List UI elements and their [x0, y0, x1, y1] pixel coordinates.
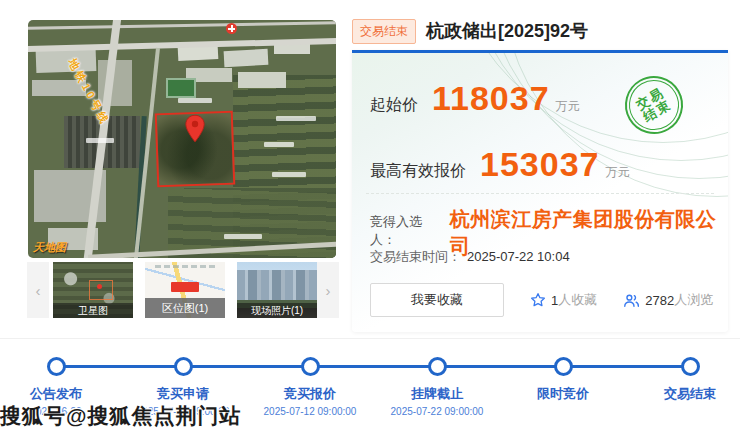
- star-icon: [530, 292, 546, 308]
- action-row: 我要收藏 1人收藏 2782人浏览: [370, 283, 716, 317]
- timeline-node: [554, 357, 573, 376]
- end-time-row: 交易结束时间：2025-07-22 10:04: [370, 248, 570, 266]
- page-title: 杭政储出[2025]92号: [426, 19, 588, 43]
- gallery-thumbnails: ‹ 卫星图 区位图(1) 现场照片(1) ›: [27, 262, 339, 318]
- listing-header: 交易结束 杭政储出[2025]92号: [352, 18, 728, 44]
- gallery-next-button[interactable]: ›: [317, 262, 339, 318]
- timeline-step-deadline: 挂牌截止 2025-07-22 09:00:00: [372, 357, 502, 418]
- map-label-placeholder: [264, 142, 294, 147]
- thumbnail-site-photo[interactable]: 现场照片(1): [237, 262, 317, 318]
- map-label-placeholder: [86, 138, 114, 143]
- map-label-placeholder: [224, 234, 262, 239]
- highest-bid-label: 最高有效报价: [370, 161, 466, 182]
- users-icon: [623, 293, 640, 308]
- status-badge: 交易结束: [352, 19, 416, 44]
- view-count: 2782: [645, 293, 674, 308]
- favorite-count-stat[interactable]: 1人收藏: [530, 291, 597, 309]
- timeline-node: [681, 357, 700, 376]
- land-auction-page: 地铁10号线 天地图 ‹ 卫星图 区位图(1) 现场照片(1) › 交易结束 杭…: [0, 0, 740, 434]
- map-provider-watermark: 天地图: [33, 240, 66, 255]
- end-time-label: 交易结束时间：: [370, 249, 461, 264]
- hospital-cross-icon: [226, 23, 237, 34]
- winner-label: 竞得入选人：: [370, 213, 446, 249]
- satellite-map[interactable]: 地铁10号线 天地图: [28, 20, 336, 258]
- favorite-suffix: 人收藏: [558, 291, 597, 309]
- view-suffix: 人浏览: [674, 291, 713, 309]
- thumbnail-label: 卫星图: [53, 303, 133, 318]
- map-road: [28, 21, 336, 29]
- start-price-row: 起始价 118037 万元: [370, 79, 580, 118]
- highest-bid-row: 最高有效报价 153037 万元: [370, 145, 629, 184]
- map-building: [224, 49, 269, 67]
- price-unit: 万元: [556, 98, 580, 115]
- map-label-placeholder: [178, 98, 212, 103]
- price-unit: 万元: [605, 164, 629, 181]
- view-count-stat: 2782人浏览: [623, 291, 713, 309]
- divider: [366, 193, 714, 194]
- start-price-label: 起始价: [370, 95, 418, 116]
- timeline-step-closed: 交易结束: [625, 357, 740, 418]
- thumbnail-label: 区位图(1): [145, 298, 225, 318]
- map-sports-field: [166, 78, 196, 98]
- timeline-node: [47, 357, 66, 376]
- timeline-node: [174, 357, 193, 376]
- map-label-placeholder: [276, 116, 316, 121]
- end-time-value: 2025-07-22 10:04: [467, 249, 570, 264]
- chevron-right-icon: ›: [326, 282, 331, 299]
- timeline-step-limited-bidding: 限时竞价: [498, 357, 628, 418]
- thumbnail-label: 现场照片(1): [237, 303, 317, 318]
- start-price-value: 118037: [432, 79, 550, 118]
- highest-bid-value: 153037: [480, 145, 599, 184]
- favorite-button[interactable]: 我要收藏: [370, 283, 504, 317]
- favorite-count: 1: [551, 293, 558, 308]
- map-building: [238, 72, 286, 88]
- gallery-prev-button[interactable]: ‹: [27, 262, 49, 318]
- timeline-step-bid: 竞买报价 2025-07-12 09:00:00: [245, 357, 375, 418]
- deal-card: 起始价 118037 万元 最高有效报价 153037 万元 交易 结束 竞得入…: [352, 50, 728, 332]
- timeline-node: [301, 357, 320, 376]
- timeline-node: [428, 357, 447, 376]
- watermark: 搜狐号@搜狐焦点荆门站: [0, 402, 241, 430]
- map-pin-icon: [184, 114, 206, 144]
- map-label-placeholder: [272, 172, 306, 177]
- thumbnail-satellite[interactable]: 卫星图: [53, 262, 133, 318]
- chevron-left-icon: ‹: [36, 282, 41, 299]
- thumbnail-location-map[interactable]: 区位图(1): [145, 262, 225, 318]
